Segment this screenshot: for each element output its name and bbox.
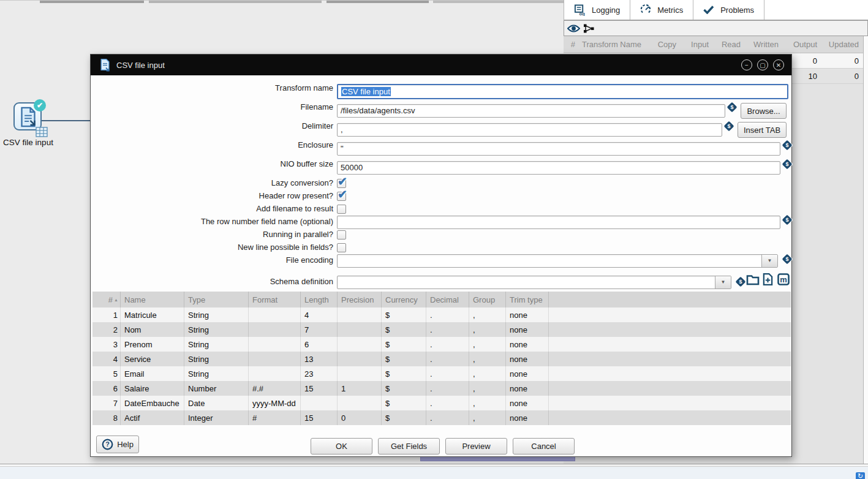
tab-metrics[interactable]: Metrics [630, 0, 693, 20]
fields-col-precision[interactable]: Precision [338, 292, 382, 307]
fields-col-group[interactable]: Group [469, 292, 506, 307]
fields-table-row[interactable]: 4ServiceString13$.,none [92, 352, 791, 366]
fields-table-cell[interactable]: Actif [121, 410, 184, 425]
new-schema-file-icon[interactable] [763, 273, 773, 286]
fields-col-hash[interactable]: #▲ [92, 292, 121, 307]
fields-table-cell[interactable]: 6 [92, 381, 121, 396]
fields-table-cell[interactable]: none [506, 410, 549, 425]
fields-table-row[interactable]: 1MatriculeString4$.,none [92, 307, 791, 322]
fields-table-cell[interactable]: $ [382, 307, 426, 322]
fields-table-cell[interactable]: 13 [301, 352, 338, 366]
ok-button[interactable]: OK [311, 438, 372, 454]
maximize-icon[interactable]: ▢ [757, 59, 768, 70]
fields-table-row[interactable]: 6SalaireNumber#.#151$.,none [92, 381, 791, 396]
fields-table-cell[interactable]: $ [382, 322, 426, 337]
insert-tab-button[interactable]: Insert TAB [738, 122, 787, 138]
fields-col-length[interactable]: Length [301, 292, 338, 307]
tab-logging[interactable]: og Logging [564, 0, 630, 20]
fields-col-trim-type[interactable]: Trim type [506, 292, 549, 307]
fields-table-cell[interactable]: String [184, 337, 249, 352]
fields-table-cell[interactable]: , [469, 307, 506, 322]
fields-table-cell[interactable]: . [426, 322, 469, 337]
help-button[interactable]: ? Help [96, 436, 139, 453]
metrics-col-copy[interactable]: Copy [655, 40, 680, 49]
fields-table-cell[interactable]: , [469, 410, 506, 425]
metadata-icon[interactable]: m [777, 273, 790, 285]
fields-table-cell[interactable]: DateEmbauche [121, 396, 184, 410]
fields-table-cell[interactable]: Number [184, 381, 249, 396]
show-results-eye-icon[interactable] [567, 24, 580, 33]
fields-table-cell[interactable] [249, 337, 301, 352]
fields-table-cell[interactable]: , [469, 381, 506, 396]
fields-table-cell[interactable]: $ [382, 352, 426, 366]
fields-table-cell[interactable]: $ [382, 366, 426, 381]
fields-table-cell[interactable]: 7 [92, 396, 121, 410]
fields-table-cell[interactable]: 3 [92, 337, 121, 352]
fields-table-row[interactable]: 2NomString7$.,none [92, 322, 791, 337]
fields-table-cell[interactable]: 23 [301, 366, 338, 381]
metrics-col-output[interactable]: Output [782, 40, 821, 49]
fields-table-cell[interactable]: String [184, 322, 249, 337]
fields-table-cell[interactable]: none [506, 307, 549, 322]
metrics-col-input[interactable]: Input [680, 40, 712, 49]
header-row-checkbox[interactable]: ✔ [337, 192, 346, 201]
fields-table-cell[interactable] [338, 352, 382, 366]
fields-table-cell[interactable]: none [506, 337, 549, 352]
fields-table-cell[interactable]: . [426, 352, 469, 366]
fields-table-cell[interactable]: Nom [121, 322, 184, 337]
metrics-col-hash[interactable]: # [564, 40, 577, 49]
get-fields-button[interactable]: Get Fields [378, 438, 440, 454]
fields-table-cell[interactable]: none [506, 352, 549, 366]
fields-table-cell[interactable] [249, 322, 301, 337]
fields-table-cell[interactable]: , [469, 337, 506, 352]
fields-table-cell[interactable] [249, 307, 301, 322]
fields-table-cell[interactable]: 1 [92, 307, 121, 322]
fields-table-cell[interactable]: . [426, 410, 469, 425]
fields-table-cell[interactable]: 6 [301, 337, 338, 352]
fields-table-cell[interactable]: 15 [301, 381, 338, 396]
fields-table-cell[interactable]: . [426, 396, 469, 410]
metrics-col-written[interactable]: Written [744, 40, 782, 49]
fields-table-cell[interactable] [338, 307, 382, 322]
fields-table-cell[interactable]: none [506, 381, 549, 396]
metrics-col-read[interactable]: Read [712, 40, 744, 49]
newline-in-fields-checkbox[interactable] [337, 243, 346, 252]
fields-table-cell[interactable]: 5 [92, 366, 121, 381]
fields-table-cell[interactable]: # [249, 410, 301, 425]
fields-table-cell[interactable]: . [426, 366, 469, 381]
fields-table-cell[interactable] [338, 366, 382, 381]
status-refresh-icon[interactable]: ↻ [856, 472, 865, 479]
fields-table-cell[interactable]: 2 [92, 322, 121, 337]
fields-table-cell[interactable]: #.# [249, 381, 301, 396]
fields-table-cell[interactable] [338, 322, 382, 337]
add-filename-checkbox[interactable] [337, 205, 346, 214]
fields-table-row[interactable]: 8ActifInteger#150$.,none [92, 410, 791, 425]
fields-table-cell[interactable] [301, 396, 338, 410]
delimiter-input[interactable]: , [337, 123, 722, 137]
fields-col-decimal[interactable]: Decimal [426, 292, 469, 307]
fields-table-cell[interactable]: 0 [338, 410, 382, 425]
fields-table-cell[interactable]: . [426, 337, 469, 352]
fields-table-cell[interactable]: 7 [301, 322, 338, 337]
horizontal-scrollbar-thumb[interactable] [420, 456, 575, 461]
fields-table-cell[interactable]: $ [382, 396, 426, 410]
browse-button[interactable]: Browse... [741, 103, 787, 119]
tab-problems[interactable]: Problems [693, 0, 764, 20]
fields-table-cell[interactable]: yyyy-MM-dd [249, 396, 301, 410]
fields-table-cell[interactable]: none [506, 366, 549, 381]
fields-table-cell[interactable]: 8 [92, 410, 121, 425]
fields-table-cell[interactable]: , [469, 352, 506, 366]
fields-table-cell[interactable]: $ [382, 410, 426, 425]
fields-table-row[interactable]: 5EmailString23$.,none [92, 366, 791, 381]
fields-table-cell[interactable]: 15 [301, 410, 338, 425]
fields-table-cell[interactable]: Prenom [121, 337, 184, 352]
lazy-conversion-checkbox[interactable]: ✔ [337, 179, 346, 188]
chevron-down-icon[interactable]: ▼ [761, 255, 777, 267]
filename-input[interactable]: /files/data/agents.csv [337, 104, 725, 118]
fields-table-cell[interactable]: 4 [301, 307, 338, 322]
fields-table-cell[interactable]: $ [382, 337, 426, 352]
file-encoding-combo[interactable]: ▼ [337, 254, 778, 268]
fields-table-row[interactable]: 3PrenomString6$.,none [92, 337, 791, 352]
fields-table-cell[interactable]: none [506, 396, 549, 410]
fields-table-cell[interactable]: Matricule [121, 307, 184, 322]
